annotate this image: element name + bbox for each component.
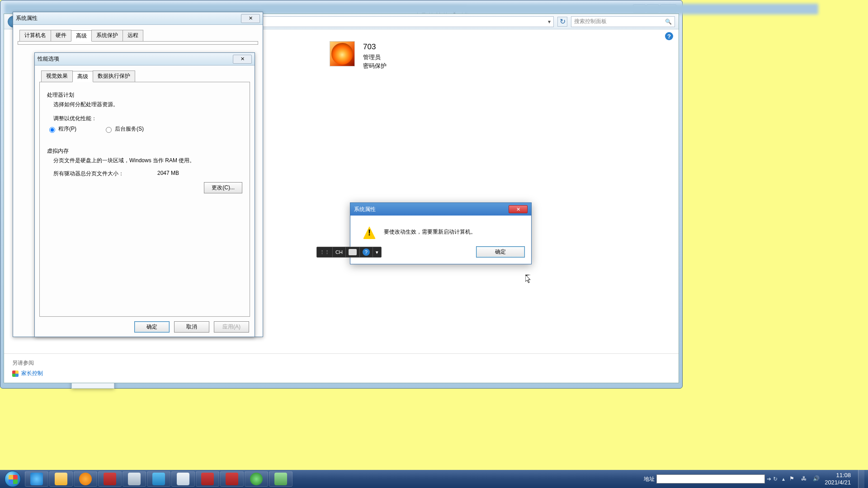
processor-scheduling-desc: 选择如何分配处理器资源。 [53,101,242,108]
cp-search-input[interactable]: 搜索控制面板 🔍 [571,16,675,27]
radio-programs[interactable]: 程序(P) [47,125,76,133]
tab-visual-effects[interactable]: 视觉效果 [41,70,73,82]
parental-controls-link[interactable]: 家长控制 [12,370,670,377]
breadcrumb-dropdown-icon[interactable]: ▾ [548,19,551,25]
performance-options-dialog: 性能选项 ✕ 视觉效果 高级 数据执行保护 处理器计划 选择如何分配处理器资源。… [34,52,255,337]
change-vm-button[interactable]: 更改(C)... [204,182,242,193]
perfopts-tabs: 视觉效果 高级 数据执行保护 [39,70,250,82]
virtual-memory-title: 虚拟内存 [47,147,242,155]
vm-total-value: 2047 MB [157,170,179,178]
shield-icon [12,371,19,377]
address-label: 地址 [644,475,655,483]
tray-volume-icon[interactable]: 🔊 [813,475,820,483]
tab-dep[interactable]: 数据执行保护 [93,70,135,82]
radio-programs-input[interactable] [49,127,55,133]
address-refresh-icon[interactable]: ↻ [773,476,778,482]
tab-advanced[interactable]: 高级 [71,30,92,42]
tray-network-icon[interactable]: 🖧 [801,475,808,483]
radio-background-services[interactable]: 后台服务(S) [104,125,144,133]
start-button[interactable] [1,470,24,488]
perfopts-ok-button[interactable]: 确定 [134,321,170,333]
ime-help-icon[interactable]: ? [360,247,373,257]
show-desktop-button[interactable] [858,470,864,488]
tray-time: 11:08 [825,472,851,479]
tab-computer-name[interactable]: 计算机名 [19,30,51,41]
warning-icon [363,226,376,239]
user-role: 管理员 [363,53,387,62]
tab-hardware[interactable]: 硬件 [51,30,71,41]
perfopts-close-button[interactable]: ✕ [233,55,252,64]
taskbar-app-4[interactable] [171,471,195,487]
ime-language-bar[interactable]: ⋮⋮ CH ? ▾ [316,247,382,258]
ime-keyboard-icon[interactable] [346,247,360,257]
perfopts-apply-button: 应用(A) [214,321,249,333]
address-input[interactable] [656,474,765,483]
search-icon: 🔍 [665,19,672,25]
tray-flag-icon[interactable]: ⚑ [789,475,797,483]
perfopts-cancel-button[interactable]: 取消 [174,321,209,333]
user-password-status: 密码保护 [363,61,387,70]
sysprops-title: 系统属性 [16,14,241,22]
avatar [330,41,355,66]
windows-orb-icon [5,471,21,487]
user-card: 703 管理员 密码保护 [330,41,387,70]
taskbar-app-1[interactable] [98,471,122,487]
tab-system-protection[interactable]: 系统保护 [91,30,123,41]
user-name: 703 [363,41,387,53]
taskbar-explorer[interactable] [49,471,73,487]
msgbox-ok-button[interactable]: 确定 [476,246,525,258]
msgbox-close-button[interactable]: ✕ [509,205,528,213]
sysprops-close-button[interactable]: ✕ [241,14,260,23]
refresh-button[interactable]: ↻ [557,17,567,27]
virtual-memory-desc: 分页文件是硬盘上的一块区域，Windows 当作 RAM 使用。 [53,157,242,164]
cp-search-placeholder: 搜索控制面板 [574,18,607,25]
processor-scheduling-title: 处理器计划 [47,91,242,99]
tab-advanced-perf[interactable]: 高级 [72,71,93,82]
tab-remote[interactable]: 远程 [123,30,143,41]
taskbar-app-2[interactable] [123,471,146,487]
taskbar-media-player[interactable] [74,471,97,487]
taskbar-app-3[interactable] [147,471,170,487]
tray-clock[interactable]: 11:08 2021/4/21 [825,472,854,486]
parental-controls-label: 家长控制 [21,370,43,377]
adjust-label: 调整以优化性能： [53,115,242,122]
vm-total-label: 所有驱动器总分页文件大小： [53,170,157,178]
taskbar-app-7[interactable] [245,471,268,487]
see-also-label: 另请参阅 [12,359,670,367]
help-icon[interactable]: ? [665,32,673,40]
taskbar-app-5[interactable] [196,471,219,487]
msgbox-title: 系统属性 [354,206,509,213]
ime-grip-icon[interactable]: ⋮⋮ [317,247,333,257]
ime-options-icon[interactable]: ▾ [373,247,381,257]
msgbox-text: 要使改动生效，需要重新启动计算机。 [384,226,476,236]
taskbar-app-6[interactable] [220,471,244,487]
tray-show-hidden-icon[interactable]: ▴ [782,476,785,482]
taskbar-ie[interactable] [25,471,48,487]
address-go-icon[interactable]: ➔ [767,476,771,482]
ime-language-indicator[interactable]: CH [333,247,346,257]
sysprops-tabs: 计算机名 硬件 高级 系统保护 远程 [18,30,258,42]
taskbar-app-8[interactable] [269,471,292,487]
perfopts-title: 性能选项 [38,55,233,63]
taskbar-address-toolbar: 地址 ➔ ↻ [644,474,778,483]
tray-date: 2021/4/21 [825,479,851,486]
radio-services-input[interactable] [106,127,112,133]
taskbar: 地址 ➔ ↻ ▴ ⚑ 🖧 🔊 11:08 2021/4/21 [0,470,868,488]
